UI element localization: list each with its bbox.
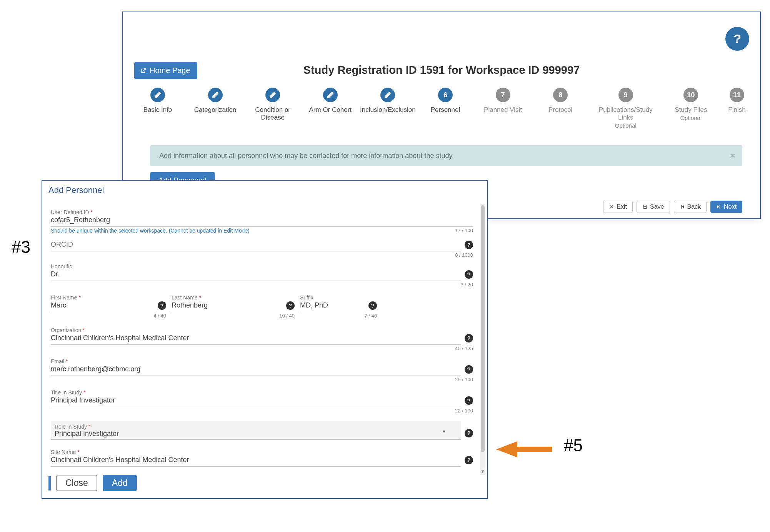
step-study-files[interactable]: 10 Study Files Optional <box>664 88 718 129</box>
step-number: 11 <box>730 88 744 102</box>
field-site-name: Site Name * ? <box>51 449 473 467</box>
char-counter: 22 / 100 <box>51 408 473 414</box>
step-inclusion-exclusion[interactable]: Inclusion/Exclusion <box>361 88 415 129</box>
field-label: Title In Study * <box>51 389 461 396</box>
field-note: Should be unique within the selected wor… <box>51 228 250 234</box>
next-icon <box>716 204 722 209</box>
field-title-in-study: Title In Study * ? <box>51 389 473 407</box>
next-label: Next <box>724 203 737 210</box>
help-icon[interactable]: ? <box>465 396 473 405</box>
step-number: 8 <box>553 88 568 102</box>
close-icon[interactable]: × <box>730 151 735 161</box>
orcid-input[interactable] <box>51 240 461 251</box>
field-label: First Name * <box>51 294 166 301</box>
dialog-title: Add Personnel <box>42 181 487 200</box>
step-finish[interactable]: 11 Finish <box>722 88 752 129</box>
back-button[interactable]: Back <box>674 201 707 213</box>
step-label: Planned Visit <box>484 106 522 114</box>
help-icon[interactable]: ? <box>465 334 473 342</box>
save-icon <box>642 204 648 209</box>
step-number: 9 <box>618 88 633 102</box>
step-publications[interactable]: 9 Publications/Study Links Optional <box>591 88 660 129</box>
suffix-input[interactable] <box>300 301 365 312</box>
step-label: Categorization <box>194 106 237 114</box>
svg-marker-1 <box>496 441 517 457</box>
arrow-callout <box>496 440 554 461</box>
chevron-down-icon: ▾ <box>443 428 445 434</box>
scroll-down-icon[interactable]: ▼ <box>480 469 485 475</box>
wizard-footer: Exit Save Back Next <box>603 201 742 213</box>
back-icon <box>680 204 685 209</box>
field-label: User Defined ID * <box>51 209 473 215</box>
step-optional: Optional <box>680 115 702 121</box>
help-icon[interactable]: ? <box>725 27 749 51</box>
help-icon[interactable]: ? <box>465 241 473 249</box>
help-icon[interactable]: ? <box>158 301 166 310</box>
field-role-in-study: Role In Study * Principal Investigator ▾… <box>51 421 473 440</box>
step-planned-visit[interactable]: 7 Planned Visit <box>476 88 530 129</box>
pencil-icon <box>380 88 395 102</box>
save-label: Save <box>650 203 664 210</box>
step-optional: Optional <box>615 122 637 129</box>
step-number: 7 <box>496 88 510 102</box>
save-button[interactable]: Save <box>637 201 670 213</box>
first-name-input[interactable] <box>51 301 155 312</box>
close-icon <box>609 204 614 209</box>
step-number: 10 <box>683 88 698 102</box>
email-input[interactable] <box>51 364 461 376</box>
info-banner: Add information about all personnel who … <box>150 145 742 166</box>
step-label: Arm Or Cohort <box>309 106 352 114</box>
char-counter: 10 / 40 <box>172 313 295 319</box>
add-personnel-dialog: Add Personnel ▼ User Defined ID * Should… <box>42 180 488 499</box>
title-mid: for Workspace ID <box>445 64 542 76</box>
info-banner-text: Add information about all personnel who … <box>159 152 454 160</box>
step-basic-info[interactable]: Basic Info <box>131 88 185 129</box>
step-number: 6 <box>438 88 453 102</box>
step-arm-cohort[interactable]: Arm Or Cohort <box>303 88 357 129</box>
dialog-scrollbar[interactable]: ▼ <box>480 204 485 475</box>
step-label: Publications/Study Links <box>591 106 660 121</box>
exit-button[interactable]: Exit <box>603 201 633 213</box>
svg-rect-0 <box>515 447 552 452</box>
next-button[interactable]: Next <box>710 201 742 213</box>
help-icon[interactable]: ? <box>465 456 473 464</box>
step-label: Condition or Disease <box>246 106 300 121</box>
field-label: Email * <box>51 358 461 364</box>
title-in-study-input[interactable] <box>51 396 461 407</box>
step-label: Protocol <box>548 106 572 114</box>
help-icon[interactable]: ? <box>368 301 377 310</box>
pencil-icon <box>323 88 338 102</box>
add-button[interactable]: Add <box>103 475 137 491</box>
title-prefix: Study Registration ID <box>303 64 420 76</box>
user-defined-id-input[interactable] <box>51 215 473 227</box>
help-icon[interactable]: ? <box>465 429 473 437</box>
help-icon[interactable]: ? <box>465 270 473 279</box>
step-label: Basic Info <box>143 106 172 114</box>
step-condition[interactable]: Condition or Disease <box>246 88 300 129</box>
honorific-input[interactable] <box>51 269 461 281</box>
help-icon[interactable]: ? <box>465 365 473 374</box>
step-protocol[interactable]: 8 Protocol <box>533 88 587 129</box>
close-button[interactable]: Close <box>56 475 97 491</box>
field-label: Honorific <box>51 263 461 269</box>
field-label: Last Name * <box>172 294 295 301</box>
last-name-input[interactable] <box>172 301 283 312</box>
field-organization: Organization * ? <box>51 327 473 345</box>
field-label: Suffix <box>300 294 377 301</box>
help-icon[interactable]: ? <box>286 301 295 310</box>
site-name-input[interactable] <box>51 455 461 467</box>
step-categorization[interactable]: Categorization <box>188 88 242 129</box>
step-personnel[interactable]: 6 Personnel <box>418 88 472 129</box>
annotation-5: #5 <box>564 436 583 455</box>
char-counter: 4 / 40 <box>51 313 166 319</box>
back-label: Back <box>687 203 701 210</box>
scroll-thumb[interactable] <box>481 205 485 452</box>
field-label: Role In Study * <box>55 424 457 430</box>
char-counter: 45 / 125 <box>51 346 473 351</box>
char-counter: 25 / 100 <box>51 377 473 382</box>
field-label: Organization * <box>51 327 461 333</box>
dialog-footer: Close Add <box>48 475 137 491</box>
char-counter: 0 / 1000 <box>51 252 473 258</box>
role-in-study-select[interactable]: Role In Study * Principal Investigator ▾ <box>51 421 461 440</box>
organization-input[interactable] <box>51 333 461 345</box>
